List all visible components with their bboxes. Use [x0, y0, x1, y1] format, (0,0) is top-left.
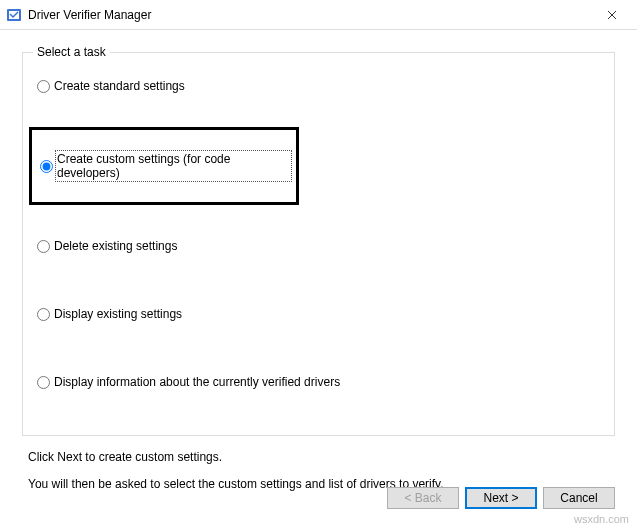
- radio-create-custom[interactable]: [40, 160, 53, 173]
- option-display-info[interactable]: Display information about the currently …: [35, 375, 602, 389]
- instruction-line: Click Next to create custom settings.: [28, 446, 609, 469]
- radio-label: Create standard settings: [54, 79, 185, 93]
- radio-label: Display existing settings: [54, 307, 182, 321]
- watermark: wsxdn.com: [574, 513, 629, 525]
- content-area: Select a task Create standard settings C…: [0, 30, 637, 496]
- radio-display-info[interactable]: [37, 376, 50, 389]
- cancel-button[interactable]: Cancel: [543, 487, 615, 509]
- option-delete-existing[interactable]: Delete existing settings: [35, 239, 602, 253]
- highlight-box: Create custom settings (for code develop…: [29, 127, 299, 205]
- option-display-existing[interactable]: Display existing settings: [35, 307, 602, 321]
- next-button[interactable]: Next >: [465, 487, 537, 509]
- radio-display-existing[interactable]: [37, 308, 50, 321]
- task-groupbox: Select a task Create standard settings C…: [22, 52, 615, 436]
- close-button[interactable]: [589, 0, 635, 30]
- button-bar: < Back Next > Cancel: [387, 487, 615, 509]
- groupbox-legend: Select a task: [33, 45, 110, 59]
- back-button[interactable]: < Back: [387, 487, 459, 509]
- radio-label: Display information about the currently …: [54, 375, 340, 389]
- radio-delete-existing[interactable]: [37, 240, 50, 253]
- close-icon: [607, 7, 617, 23]
- app-icon: [6, 7, 22, 23]
- radio-label: Create custom settings (for code develop…: [57, 152, 290, 180]
- window-title: Driver Verifier Manager: [28, 8, 589, 22]
- radio-create-standard[interactable]: [37, 80, 50, 93]
- option-create-custom[interactable]: Create custom settings (for code develop…: [38, 152, 290, 180]
- titlebar: Driver Verifier Manager: [0, 0, 637, 30]
- radio-label: Delete existing settings: [54, 239, 177, 253]
- option-create-standard[interactable]: Create standard settings: [35, 79, 602, 93]
